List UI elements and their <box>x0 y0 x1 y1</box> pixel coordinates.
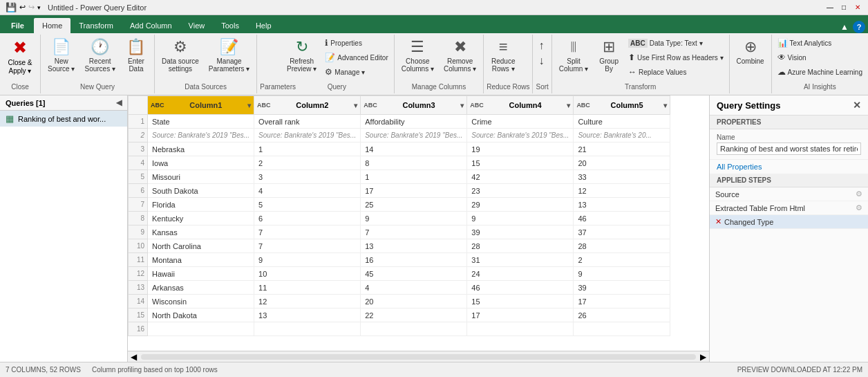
table-cell-col3[interactable]: 16 <box>361 253 467 267</box>
table-cell-col3[interactable]: Affordability <box>361 115 467 129</box>
table-cell-col1[interactable]: North Carolina <box>148 239 254 253</box>
horizontal-scrollbar[interactable]: ◀ ▶ <box>128 351 709 362</box>
azure-ml-button[interactable]: ☁ Azure Machine Learning <box>775 65 865 79</box>
table-cell-col4[interactable]: Source: Bankrate's 2019 "Bes... <box>467 129 574 142</box>
table-cell-col3[interactable]: 25 <box>361 198 467 212</box>
table-cell-col2[interactable]: 13 <box>254 309 361 322</box>
step-changed-type-delete[interactable]: ✕ <box>715 217 721 226</box>
table-cell-col2[interactable]: 4 <box>254 184 361 198</box>
table-cell-col4[interactable]: 19 <box>467 142 574 156</box>
refresh-preview-button[interactable]: ↻ RefreshPreview ▾ <box>283 36 321 82</box>
table-cell-col1[interactable]: Florida <box>148 198 254 212</box>
table-cell-col2[interactable]: 5 <box>254 198 361 212</box>
data-source-settings-button[interactable]: ⚙ Data sourcesettings <box>158 36 203 82</box>
table-cell-col4[interactable]: 24 <box>467 267 574 281</box>
table-cell-col5[interactable]: 2 <box>574 253 670 267</box>
table-cell-col5[interactable]: Source: Bankrate's 20... <box>574 129 670 142</box>
manage-parameters-button[interactable]: 📝 ManageParameters ▾ <box>205 36 254 82</box>
table-cell-col5[interactable]: 26 <box>574 309 670 322</box>
table-cell-col5[interactable]: 37 <box>574 226 670 239</box>
table-cell-col5[interactable]: 46 <box>574 212 670 226</box>
combine-button[interactable]: ⊕ Combine <box>733 36 768 82</box>
table-cell-col2[interactable]: 10 <box>254 267 361 281</box>
table-cell-col4[interactable]: 29 <box>467 198 574 212</box>
help-btn[interactable]: ? <box>853 21 865 33</box>
table-cell-col3[interactable] <box>361 322 467 336</box>
queries-panel-collapse[interactable]: ◀ <box>116 98 122 107</box>
table-cell-col3[interactable]: 22 <box>361 309 467 322</box>
table-cell-col3[interactable]: 7 <box>361 226 467 239</box>
grid-scroll-inner[interactable]: ABC Column1 ▾ ABC Column2 ▾ <box>128 95 709 351</box>
split-column-button[interactable]: ⫴ SplitColumn ▾ <box>555 36 592 82</box>
table-cell-col5[interactable]: 13 <box>574 198 670 212</box>
table-cell-col1[interactable]: Source: Bankrate's 2019 "Bes... <box>148 129 254 142</box>
scroll-left-btn[interactable]: ◀ <box>128 352 140 362</box>
table-cell-col3[interactable]: 14 <box>361 142 467 156</box>
reduce-rows-button[interactable]: ≡ ReduceRows ▾ <box>487 36 520 82</box>
table-cell-col5[interactable]: 21 <box>574 142 670 156</box>
table-cell-col3[interactable]: 1 <box>361 170 467 184</box>
tab-add-column[interactable]: Add Column <box>122 18 180 33</box>
table-cell-col1[interactable]: Kansas <box>148 226 254 239</box>
sort-desc-button[interactable]: ↓ <box>536 54 547 68</box>
name-input[interactable] <box>717 142 861 155</box>
table-cell-col1[interactable]: Montana <box>148 253 254 267</box>
table-cell-col5[interactable]: 39 <box>574 281 670 295</box>
table-cell-col3[interactable]: Source: Bankrate's 2019 "Bes... <box>361 129 467 142</box>
use-first-row-button[interactable]: ⬆ Use First Row as Headers ▾ <box>625 50 726 64</box>
table-cell-col2[interactable]: 9 <box>254 253 361 267</box>
step-source[interactable]: Source ⚙ <box>710 187 868 201</box>
ribbon-collapse-btn[interactable]: ▲ <box>836 21 853 33</box>
remove-columns-button[interactable]: ✖ RemoveColumns ▾ <box>440 36 480 82</box>
table-cell-col1[interactable]: State <box>148 115 254 129</box>
maximize-btn[interactable]: □ <box>839 3 849 12</box>
tab-help[interactable]: Help <box>247 18 280 33</box>
text-analytics-button[interactable]: 📊 Text Analytics <box>775 36 865 50</box>
table-cell-col1[interactable] <box>148 322 254 336</box>
table-cell-col3[interactable]: 45 <box>361 267 467 281</box>
table-cell-col1[interactable]: North Dakota <box>148 309 254 322</box>
redo-icon[interactable]: ↪ <box>28 3 35 12</box>
table-cell-col2[interactable]: 3 <box>254 170 361 184</box>
table-cell-col2[interactable]: 2 <box>254 156 361 170</box>
table-cell-col3[interactable]: 17 <box>361 184 467 198</box>
table-cell-col1[interactable]: Iowa <box>148 156 254 170</box>
tab-tools[interactable]: Tools <box>213 18 247 33</box>
table-cell-col2[interactable]: 7 <box>254 226 361 239</box>
data-type-button[interactable]: ABC Data Type: Text ▾ <box>625 36 726 50</box>
table-cell-col5[interactable] <box>574 322 670 336</box>
step-source-gear[interactable]: ⚙ <box>856 190 862 199</box>
table-cell-col1[interactable]: Wisconsin <box>148 295 254 309</box>
table-cell-col4[interactable]: Crime <box>467 115 574 129</box>
step-extracted-table[interactable]: Extracted Table From Html ⚙ <box>710 201 868 215</box>
table-cell-col4[interactable]: 9 <box>467 212 574 226</box>
vision-button[interactable]: 👁 Vision <box>775 50 865 64</box>
table-cell-col3[interactable]: 4 <box>361 281 467 295</box>
table-cell-col5[interactable]: 20 <box>574 156 670 170</box>
table-cell-col1[interactable]: Hawaii <box>148 267 254 281</box>
table-cell-col2[interactable]: 12 <box>254 295 361 309</box>
table-cell-col4[interactable]: 31 <box>467 253 574 267</box>
table-cell-col3[interactable]: 9 <box>361 212 467 226</box>
table-cell-col2[interactable]: Overall rank <box>254 115 361 129</box>
settings-close-btn[interactable]: ✕ <box>853 100 861 111</box>
tab-transform[interactable]: Transform <box>70 18 122 33</box>
table-cell-col4[interactable]: 28 <box>467 239 574 253</box>
col1-filter-btn[interactable]: ▾ <box>247 102 251 109</box>
close-btn[interactable]: ✕ <box>853 3 862 12</box>
table-cell-col4[interactable]: 23 <box>467 184 574 198</box>
table-cell-col1[interactable]: Nebraska <box>148 142 254 156</box>
table-cell-col2[interactable]: 1 <box>254 142 361 156</box>
table-cell-col2[interactable]: 7 <box>254 239 361 253</box>
properties-button[interactable]: ℹ Properties <box>322 36 390 50</box>
table-cell-col5[interactable]: Culture <box>574 115 670 129</box>
sort-asc-button[interactable]: ↑ <box>536 39 547 53</box>
tab-view[interactable]: View <box>180 18 214 33</box>
col3-filter-btn[interactable]: ▾ <box>460 102 464 109</box>
table-cell-col4[interactable]: 42 <box>467 170 574 184</box>
choose-columns-button[interactable]: ☰ ChooseColumns ▾ <box>397 36 438 82</box>
table-cell-col5[interactable]: 28 <box>574 239 670 253</box>
table-cell-col3[interactable]: 8 <box>361 156 467 170</box>
save-icon[interactable]: 💾 <box>6 2 17 12</box>
tab-home[interactable]: Home <box>34 18 70 33</box>
